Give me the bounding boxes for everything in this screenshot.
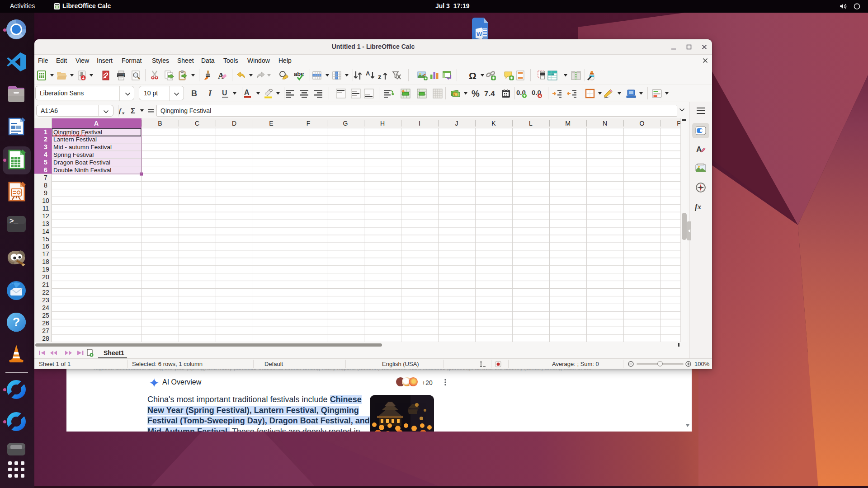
svg-text:5: 5	[44, 159, 47, 166]
svg-text:25: 25	[42, 312, 49, 319]
svg-text:27: 27	[42, 327, 49, 334]
svg-text:15: 15	[42, 235, 49, 243]
svg-text:E: E	[269, 120, 273, 127]
svg-text:A: A	[244, 89, 250, 96]
svg-text:O: O	[640, 120, 645, 127]
svg-text:P: P	[677, 120, 680, 127]
svg-text:18: 18	[42, 258, 49, 265]
svg-text:17: 17	[42, 250, 49, 258]
svg-text:24: 24	[42, 304, 49, 311]
svg-text:4: 4	[44, 151, 47, 158]
svg-text:9: 9	[44, 189, 47, 197]
svg-text:Spring Festival: Spring Festival	[53, 151, 94, 158]
svg-text:2: 2	[44, 136, 47, 143]
svg-text:I: I	[419, 120, 420, 127]
svg-text:N: N	[603, 120, 607, 127]
svg-text:Lantern Festival: Lantern Festival	[53, 136, 97, 143]
svg-text:7: 7	[44, 174, 47, 181]
svg-text:14: 14	[42, 228, 49, 235]
svg-text:16: 16	[42, 243, 49, 250]
svg-text:J: J	[455, 120, 458, 127]
svg-text:A: A	[366, 70, 370, 77]
svg-text:10: 10	[42, 197, 49, 204]
svg-text:22: 22	[42, 289, 49, 296]
svg-text:W: W	[476, 31, 482, 38]
svg-text:13: 13	[42, 220, 49, 227]
svg-text:23: 23	[42, 296, 49, 304]
svg-text:26: 26	[42, 319, 49, 327]
svg-text:21: 21	[42, 281, 49, 288]
svg-text:8: 8	[44, 182, 47, 189]
svg-text:M: M	[565, 120, 571, 127]
svg-text:19: 19	[42, 266, 49, 273]
svg-text:Double Ninth Festival: Double Ninth Festival	[53, 167, 111, 174]
svg-text:?: ?	[13, 315, 20, 329]
svg-text:B: B	[191, 89, 197, 98]
svg-text:Ω: Ω	[469, 70, 476, 81]
svg-text:3: 3	[44, 143, 47, 150]
svg-text:A: A	[94, 120, 99, 127]
svg-text:G: G	[343, 120, 348, 127]
svg-text:20: 20	[42, 273, 49, 281]
svg-text:11: 11	[42, 205, 49, 212]
svg-text:7.4: 7.4	[484, 89, 495, 98]
svg-text:Dragon Boat Festival: Dragon Boat Festival	[53, 159, 110, 166]
svg-text:L: L	[529, 120, 533, 127]
svg-text:I: I	[208, 89, 212, 98]
svg-text:K: K	[491, 120, 496, 127]
svg-text:Mid - autumn Festival: Mid - autumn Festival	[53, 144, 112, 150]
svg-text:B: B	[158, 120, 162, 127]
svg-text:U: U	[222, 89, 227, 97]
svg-text:F: F	[307, 120, 311, 127]
svg-text:Qingming Festival: Qingming Festival	[53, 129, 102, 136]
svg-text:f: f	[119, 107, 122, 114]
svg-text:1: 1	[44, 128, 47, 136]
svg-text:6: 6	[44, 166, 47, 174]
svg-text:28: 28	[42, 335, 49, 342]
svg-text:Σ: Σ	[131, 107, 135, 115]
svg-text:%: %	[472, 89, 480, 99]
svg-text:12: 12	[42, 212, 49, 220]
svg-text:z: z	[378, 73, 382, 80]
svg-text:H: H	[380, 120, 385, 127]
svg-text:>_: >_	[9, 217, 19, 225]
svg-text:D: D	[232, 120, 236, 127]
svg-text:x: x	[122, 110, 125, 115]
svg-text:C: C	[195, 120, 199, 127]
